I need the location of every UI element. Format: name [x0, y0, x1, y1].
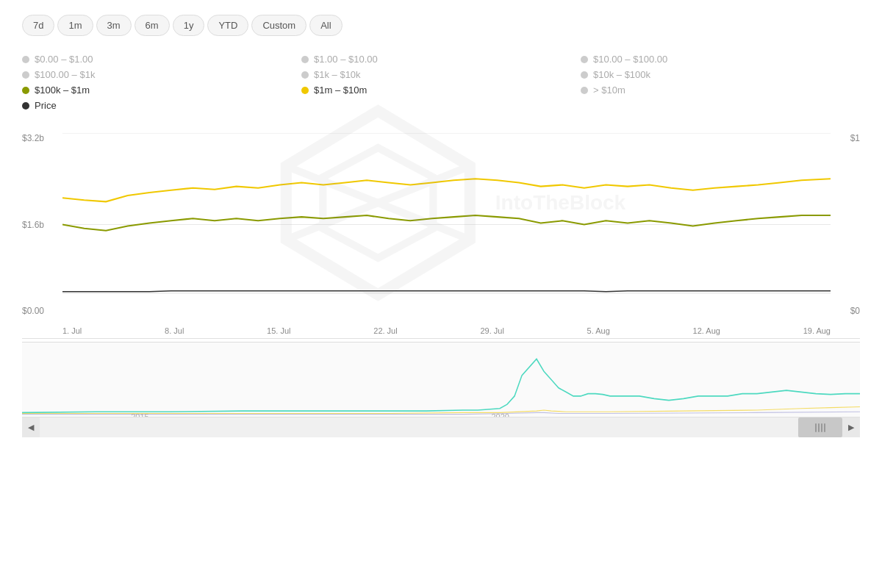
- chart-svg-area: IntoTheBlock: [62, 133, 831, 316]
- mini-scrollbar: ◀ ▶: [22, 417, 860, 437]
- scroll-thumb[interactable]: [798, 417, 842, 437]
- legend-dot-2: [581, 56, 588, 63]
- legend-dot-1: [301, 56, 309, 63]
- page-container: 7d 1m 3m 6m 1y YTD Custom All $0.00 – $1…: [0, 0, 882, 588]
- legend-dot-9: [22, 102, 29, 110]
- legend-label-0: $0.00 – $1.00: [35, 54, 93, 65]
- legend-label-2: $10.00 – $100.00: [593, 54, 667, 65]
- x-label-1: 8. Jul: [165, 326, 184, 335]
- y-label-bot: $0.00: [22, 306, 59, 316]
- scroll-thumb-grip: [815, 423, 825, 432]
- chart-area: $3.2b $1.6b $0.00 $1 $0: [22, 133, 860, 339]
- x-label-2: 15. Jul: [267, 326, 290, 335]
- filter-7d[interactable]: 7d: [22, 15, 54, 36]
- time-filter-bar: 7d 1m 3m 6m 1y YTD Custom All: [22, 15, 860, 36]
- legend-item-6[interactable]: $100k – $1m: [22, 85, 301, 96]
- scroll-right-arrow[interactable]: ▶: [842, 417, 860, 438]
- x-label-4: 29. Jul: [480, 326, 503, 335]
- chart-legend: $0.00 – $1.00 $1.00 – $10.00 $10.00 – $1…: [22, 54, 860, 111]
- svg-rect-9: [22, 343, 860, 417]
- mini-svg: [22, 343, 860, 417]
- legend-label-4: $1k – $10k: [314, 69, 361, 80]
- y-label-mid: $1.6b: [22, 220, 59, 230]
- legend-dot-6: [22, 87, 29, 94]
- legend-dot-0: [22, 56, 29, 63]
- legend-label-9: Price: [35, 100, 57, 111]
- mini-chart-section: 2015 2020 ◀: [22, 342, 860, 437]
- y-right-bot: $0: [838, 306, 860, 316]
- legend-item-2[interactable]: $10.00 – $100.00: [581, 54, 860, 65]
- x-label-6: 12. Aug: [693, 326, 720, 335]
- legend-dot-4: [301, 71, 309, 79]
- legend-item-1[interactable]: $1.00 – $10.00: [301, 54, 581, 65]
- legend-label-3: $100.00 – $1k: [35, 69, 95, 80]
- filter-1y[interactable]: 1y: [173, 15, 205, 36]
- legend-item-5[interactable]: $10k – $100k: [581, 69, 860, 80]
- y-axis-right: $1 $0: [838, 133, 860, 316]
- grip-line-2: [818, 423, 820, 432]
- legend-item-9[interactable]: Price: [22, 100, 301, 111]
- filter-ytd[interactable]: YTD: [207, 15, 248, 36]
- legend-label-8: > $10m: [593, 85, 625, 96]
- y-right-top: $1: [838, 133, 860, 143]
- filter-custom[interactable]: Custom: [251, 15, 306, 36]
- y-label-top: $3.2b: [22, 133, 59, 143]
- legend-item-3[interactable]: $100.00 – $1k: [22, 69, 301, 80]
- legend-dot-8: [581, 87, 588, 94]
- legend-item-4[interactable]: $1k – $10k: [301, 69, 581, 80]
- y-axis-left: $3.2b $1.6b $0.00: [22, 133, 59, 316]
- scroll-left-arrow[interactable]: ◀: [22, 417, 40, 438]
- legend-label-7: $1m – $10m: [314, 85, 367, 96]
- main-chart-container: $3.2b $1.6b $0.00 $1 $0: [22, 133, 860, 573]
- main-svg: [62, 133, 831, 316]
- filter-3m[interactable]: 3m: [96, 15, 132, 36]
- x-label-5: 5. Aug: [587, 326, 610, 335]
- legend-label-6: $100k – $1m: [35, 85, 90, 96]
- filter-all[interactable]: All: [309, 15, 342, 36]
- x-label-3: 22. Jul: [373, 326, 397, 335]
- legend-label-5: $10k – $100k: [593, 69, 650, 80]
- legend-dot-5: [581, 71, 588, 79]
- x-label-7: 19. Aug: [803, 326, 831, 335]
- legend-label-1: $1.00 – $10.00: [314, 54, 378, 65]
- filter-6m[interactable]: 6m: [135, 15, 170, 36]
- grip-line-3: [821, 423, 822, 432]
- legend-dot-7: [301, 87, 309, 94]
- mini-chart-inner: 2015 2020 ◀: [22, 343, 860, 437]
- grip-line-4: [824, 423, 825, 432]
- legend-item-8[interactable]: > $10m: [581, 85, 860, 96]
- x-label-0: 1. Jul: [62, 326, 82, 335]
- legend-item-7[interactable]: $1m – $10m: [301, 85, 581, 96]
- scroll-track[interactable]: [40, 417, 842, 437]
- legend-item-0[interactable]: $0.00 – $1.00: [22, 54, 301, 65]
- filter-1m[interactable]: 1m: [57, 15, 93, 36]
- grip-line-1: [815, 423, 817, 432]
- x-axis: 1. Jul 8. Jul 15. Jul 22. Jul 29. Jul 5.…: [62, 326, 831, 335]
- legend-dot-3: [22, 71, 29, 79]
